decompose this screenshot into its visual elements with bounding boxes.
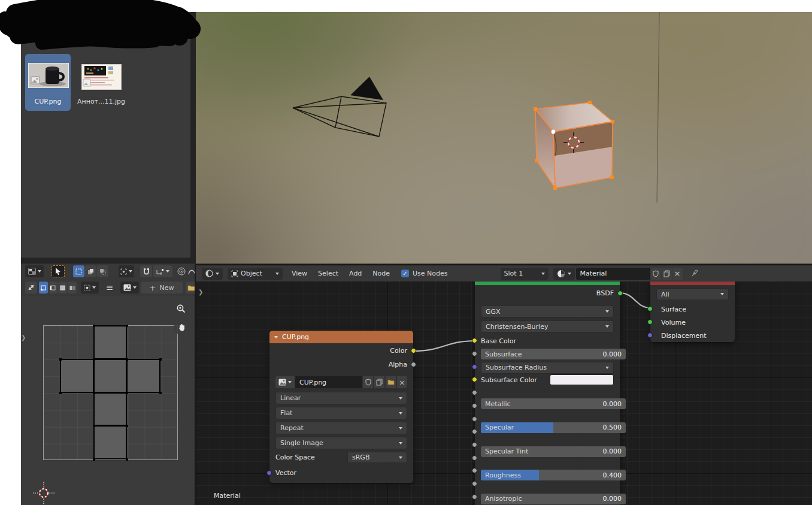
output-target-dropdown[interactable]: All	[656, 288, 729, 300]
extension-dropdown[interactable]: Repeat	[275, 422, 407, 434]
uv-sync-selection-button[interactable]	[25, 282, 37, 294]
source-dropdown[interactable]: Single Image	[275, 437, 407, 449]
color-swatch[interactable]	[550, 374, 614, 385]
uv-face-0[interactable]	[93, 325, 128, 359]
uv-select-face-button[interactable]	[58, 282, 67, 294]
file-item-cup[interactable]: CUP.png	[25, 54, 71, 111]
anisotropic-input-socket[interactable]	[472, 442, 477, 447]
uv-face-2[interactable]	[93, 359, 128, 393]
menu-node[interactable]: Node	[367, 265, 395, 282]
node-canvas[interactable]: ❯ Material CUP.png Color Alpha	[196, 282, 812, 505]
vector-input-socket[interactable]	[266, 470, 272, 476]
uv-vertex[interactable]	[59, 358, 62, 361]
distribution-dropdown[interactable]: GGX	[481, 306, 614, 317]
collapse-icon[interactable]	[274, 336, 278, 338]
pin-button[interactable]	[690, 269, 699, 278]
subsurface-input-socket[interactable]	[472, 351, 477, 356]
image-browse-dropdown[interactable]	[120, 282, 139, 294]
subsurface-color-input-socket[interactable]	[472, 377, 477, 382]
bsdf-row-subsurface-radius[interactable]: Subsurface Radius	[481, 362, 614, 374]
metallic-input-socket[interactable]	[472, 390, 477, 395]
shader-mode-dropdown[interactable]: Object	[228, 268, 283, 280]
uv-vertex[interactable]	[93, 325, 95, 327]
select-mode-extend-button[interactable]	[85, 265, 96, 277]
uv-face-4[interactable]	[93, 392, 128, 427]
roughness-input-socket[interactable]	[472, 429, 477, 434]
panel-expand-arrow[interactable]: ❯	[21, 334, 26, 341]
clearcoat-input-socket[interactable]	[472, 494, 477, 500]
sticky-select-dropdown[interactable]	[81, 282, 99, 294]
uv-canvas[interactable]: ❯	[21, 296, 195, 505]
surface-input-socket[interactable]	[647, 306, 653, 312]
snap-toggle-button[interactable]	[140, 265, 152, 277]
sheen-input-socket[interactable]	[472, 468, 477, 473]
uv-vertex[interactable]	[126, 392, 128, 394]
editor-type-shader-button[interactable]	[202, 268, 223, 280]
specular-input-socket[interactable]	[472, 403, 477, 409]
new-image-button[interactable]: + New	[141, 282, 183, 294]
uv-vertex[interactable]	[126, 358, 128, 361]
duplicate-image-button[interactable]	[374, 376, 384, 388]
uv-vertex[interactable]	[93, 392, 95, 394]
fake-user-shield-button[interactable]	[651, 268, 661, 280]
zoom-gizmo-button[interactable]	[173, 301, 189, 316]
color-output-socket[interactable]	[411, 348, 416, 353]
active-tool-select[interactable]	[51, 265, 65, 277]
editor-type-button[interactable]	[25, 265, 44, 277]
uv-vertex[interactable]	[126, 458, 128, 461]
new-material-copy-button[interactable]	[662, 268, 672, 280]
bsdf-row-anisotropic[interactable]: Anisotropic0.000	[481, 494, 626, 504]
bsdf-row-roughness[interactable]: Roughness0.400	[481, 470, 626, 480]
unlink-image-button[interactable]: ×	[397, 376, 407, 388]
volume-input-socket[interactable]	[647, 319, 653, 325]
use-nodes-toggle[interactable]: ✓ Use Nodes	[401, 270, 448, 277]
interpolation-dropdown[interactable]: Linear	[275, 392, 407, 404]
uv-vertex[interactable]	[126, 425, 128, 427]
uv-vertex[interactable]	[93, 458, 95, 461]
pan-gizmo-button[interactable]	[174, 319, 189, 335]
pivot-point-dropdown[interactable]	[119, 265, 134, 277]
snap-target-dropdown[interactable]	[153, 265, 172, 277]
panel-expand-arrow[interactable]: ❯	[198, 289, 203, 295]
material-browse-dropdown[interactable]	[553, 268, 575, 280]
uv-vertex[interactable]	[159, 358, 162, 361]
camera-object[interactable]	[293, 77, 386, 137]
menu-add[interactable]: Add	[344, 265, 367, 282]
3d-viewport[interactable]	[196, 12, 812, 264]
uv-face-5[interactable]	[93, 425, 128, 459]
anisotropic-rotation-input-socket[interactable]	[472, 455, 477, 461]
subsurface-radius-input-socket[interactable]	[472, 364, 477, 370]
image-texture-node[interactable]: CUP.png Color Alpha	[269, 331, 413, 483]
open-image-button[interactable]	[386, 376, 396, 388]
bsdf-row-subsurface-color[interactable]: Subsurface Color	[481, 374, 614, 385]
image-name-field[interactable]: CUP.png	[295, 376, 362, 388]
subsurface-method-dropdown[interactable]: Christensen-Burley	[481, 320, 614, 332]
use-nodes-checkbox[interactable]: ✓	[401, 270, 409, 277]
alpha-output-socket[interactable]	[411, 362, 416, 367]
menu-select[interactable]: Select	[313, 265, 344, 282]
displacement-input-socket[interactable]	[647, 332, 653, 338]
uv-vertex[interactable]	[59, 392, 62, 394]
material-output-node[interactable]: All SurfaceVolumeDisplacement	[650, 282, 735, 342]
uv-select-edge-button[interactable]	[49, 282, 57, 294]
bsdf-row-specular-tint[interactable]: Specular Tint0.000	[481, 446, 626, 457]
file-item-annot[interactable]: Аннот...11.jpg	[78, 54, 124, 111]
uv-vertex[interactable]	[93, 358, 95, 361]
select-mode-subtract-button[interactable]	[97, 265, 108, 277]
uv-select-vertex-button[interactable]	[39, 282, 48, 294]
bsdf-row-subsurface[interactable]: Subsurface0.000	[481, 349, 626, 359]
base-color-input-socket[interactable]	[472, 338, 477, 343]
uv-face-1[interactable]	[60, 359, 94, 393]
sheen-tint-input-socket[interactable]	[472, 481, 477, 486]
menus-collapsed-button[interactable]: ≡	[104, 282, 116, 294]
uv-vertex[interactable]	[93, 425, 95, 427]
slot-dropdown[interactable]: Slot 1	[501, 268, 549, 280]
unlink-material-button[interactable]: ×	[672, 268, 683, 280]
specular-tint-input-socket[interactable]	[472, 416, 477, 422]
uv-vertex[interactable]	[159, 392, 162, 394]
projection-dropdown[interactable]: Flat	[275, 407, 407, 419]
image-browse-button[interactable]	[275, 376, 295, 388]
material-name-field[interactable]: Material	[576, 268, 650, 280]
color-space-dropdown[interactable]: sRGB	[347, 452, 407, 463]
fake-user-shield-button[interactable]	[363, 376, 373, 388]
